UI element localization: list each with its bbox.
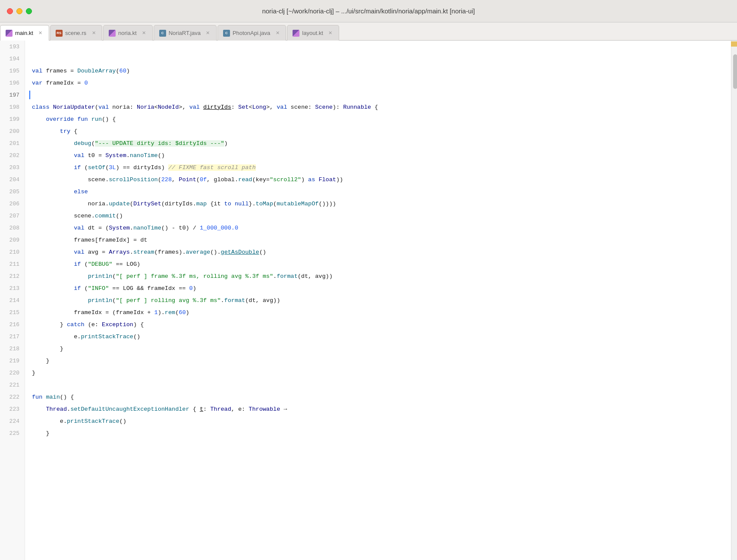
window-title: noria-clj [~/work/noria-clj] – .../ui/sr… [262,7,475,15]
code-line-220: } [25,367,731,379]
code-line-194 [25,53,731,65]
titlebar: noria-clj [~/work/noria-clj] – .../ui/sr… [0,0,737,22]
code-line-217: e.printStackTrace() [25,330,731,343]
line-num-198: 198 [0,101,25,113]
line-num-202: 202 [0,149,25,161]
code-line-210: val avg = Arrays.stream(frames).average(… [25,246,731,258]
java-icon-2: C [223,30,230,37]
line-num-212: 212 [0,270,25,282]
line-num-199: 199 [0,113,25,125]
minimize-button[interactable] [16,8,22,14]
code-line-225: } [25,427,731,439]
tab-main-kt[interactable]: main.kt ✕ [0,25,49,41]
tab-close-layout-kt[interactable]: ✕ [328,30,334,36]
code-editor[interactable]: val frames = DoubleArray(60) var frameId… [25,41,731,560]
code-line-193 [25,41,731,53]
line-num-220: 220 [0,367,25,379]
line-num-219: 219 [0,355,25,367]
tab-scene-rs[interactable]: RS scene.rs ✕ [50,25,102,41]
code-line-205: else [25,186,731,198]
code-line-195: val frames = DoubleArray(60) [25,65,731,77]
kt-icon-3 [293,30,299,37]
line-num-197: 197 [0,89,25,101]
close-button[interactable] [7,8,13,14]
rs-icon: RS [56,30,63,37]
code-line-196: var frameIdx = 0 [25,77,731,89]
traffic-lights[interactable] [7,8,32,14]
code-line-224: e.printStackTrace() [25,415,731,427]
tab-close-main-kt[interactable]: ✕ [38,30,44,36]
line-num-206: 206 [0,198,25,210]
line-num-210: 210 [0,246,25,258]
tab-bar: main.kt ✕ RS scene.rs ✕ noria.kt ✕ C Nor… [0,22,737,41]
tab-label-noria-kt: noria.kt [118,30,137,36]
tab-close-scene-rs[interactable]: ✕ [91,30,97,36]
line-num-209: 209 [0,234,25,246]
line-num-211: 211 [0,258,25,270]
tab-label-photon-java: PhotonApi.java [233,30,270,36]
code-line-203: if (setOf(3L) == dirtyIds) // FIXME fast… [25,161,731,173]
tab-close-noriaRT-java[interactable]: ✕ [205,30,211,36]
java-icon-1: C [159,30,166,37]
code-line-215: frameIdx = (frameIdx + 1).rem(60) [25,306,731,318]
tab-layout-kt[interactable]: layout.kt ✕ [287,25,339,41]
code-line-199: override fun run() { [25,113,731,125]
line-num-194: 194 [0,53,25,65]
tab-noria-kt[interactable]: noria.kt ✕ [103,25,153,41]
line-num-214: 214 [0,294,25,306]
line-num-218: 218 [0,343,25,355]
code-line-211: if ("DEBUG" == LOG) [25,258,731,270]
line-num-193: 193 [0,41,25,53]
code-line-201: debug("--- UPDATE dirty ids: $dirtyIds -… [25,137,731,149]
tab-noriaRT-java[interactable]: C NoriaRT.java ✕ [154,25,217,41]
tab-photon-java[interactable]: C PhotonApi.java ✕ [217,25,286,41]
code-line-212: println("[ perf ] frame %.3f ms, rolling… [25,270,731,282]
line-num-222: 222 [0,391,25,403]
editor-area: 193 194 195 196 197 198 199 200 201 202 … [0,41,737,560]
code-line-218: } [25,343,731,355]
line-num-217: 217 [0,330,25,343]
code-line-206: noria.update(DirtySet(dirtyIds.map {it t… [25,198,731,210]
line-number-gutter: 193 194 195 196 197 198 199 200 201 202 … [0,41,25,560]
line-num-201: 201 [0,137,25,149]
code-line-213: if ("INFO" == LOG && frameIdx == 0) [25,282,731,294]
line-num-208: 208 [0,222,25,234]
tab-label-scene-rs: scene.rs [65,30,86,36]
code-line-204: scene.scrollPosition(228, Point(0f, glob… [25,173,731,186]
line-num-224: 224 [0,415,25,427]
maximize-button[interactable] [26,8,32,14]
code-line-200: try { [25,125,731,137]
tab-label-layout-kt: layout.kt [302,30,323,36]
tab-close-noria-kt[interactable]: ✕ [141,30,147,36]
code-line-198: class NoriaUpdater(val noria: Noria<Node… [25,101,731,113]
kt-icon-2 [109,30,116,37]
code-line-197 [25,89,731,101]
code-line-223: Thread.setDefaultUncaughtExceptionHandle… [25,403,731,415]
code-line-209: frames[frameIdx] = dt [25,234,731,246]
kt-icon [6,30,13,37]
line-num-205: 205 [0,186,25,198]
minimap-highlight [731,41,737,47]
scrollbar-thumb[interactable] [733,54,737,89]
code-line-207: scene.commit() [25,210,731,222]
line-num-213: 213 [0,282,25,294]
code-line-208: val dt = (System.nanoTime() - t0) / 1_00… [25,222,731,234]
line-num-203: 203 [0,161,25,173]
line-num-204: 204 [0,173,25,186]
line-num-195: 195 [0,65,25,77]
line-num-200: 200 [0,125,25,137]
code-line-222: fun main() { [25,391,731,403]
tab-label-noriaRT-java: NoriaRT.java [169,30,201,36]
line-num-216: 216 [0,318,25,330]
code-line-221 [25,379,731,391]
tab-close-photon-java[interactable]: ✕ [274,30,280,36]
line-num-207: 207 [0,210,25,222]
code-line-219: } [25,355,731,367]
line-num-196: 196 [0,77,25,89]
tab-label-main-kt: main.kt [15,30,33,36]
line-num-221: 221 [0,379,25,391]
code-line-202: val t0 = System.nanoTime() [25,149,731,161]
vertical-scrollbar[interactable] [731,41,737,560]
line-num-215: 215 [0,306,25,318]
line-num-225: 225 [0,427,25,439]
